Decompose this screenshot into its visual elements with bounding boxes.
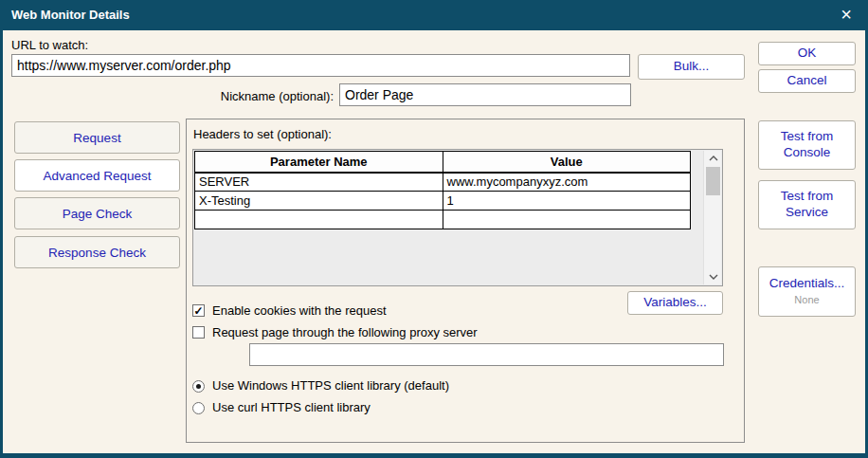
headers-table: Parameter Name Value SERVER www.mycompan… — [194, 151, 691, 229]
windows-https-radio[interactable] — [192, 380, 205, 393]
scroll-down-icon[interactable] — [704, 269, 722, 284]
url-input[interactable] — [11, 54, 630, 77]
param-name-cell[interactable]: SERVER — [195, 173, 443, 192]
column-header-parameter-name[interactable]: Parameter Name — [195, 152, 443, 173]
headers-grid-container: Parameter Name Value SERVER www.mycompan… — [192, 149, 723, 286]
tab-page-check[interactable]: Page Check — [14, 197, 180, 229]
test-from-service-button[interactable]: Test from Service — [758, 180, 856, 229]
tab-request[interactable]: Request — [14, 121, 180, 154]
close-icon[interactable]: × — [832, 0, 860, 30]
credentials-status: None — [794, 294, 819, 307]
dialog-body: URL to watch: Bulk... Nickname (optional… — [3, 30, 865, 453]
cancel-button[interactable]: Cancel — [758, 69, 856, 93]
radio-dot — [196, 384, 201, 389]
headers-label: Headers to set (optional): — [193, 127, 332, 141]
param-name-cell[interactable] — [195, 211, 443, 229]
table-row — [195, 211, 691, 229]
nickname-input[interactable] — [339, 83, 631, 106]
proxy-server-input[interactable] — [249, 343, 724, 366]
credentials-label: Credentials... — [769, 276, 845, 292]
table-header-row: Parameter Name Value — [195, 152, 691, 173]
tab-response-check[interactable]: Response Check — [14, 236, 180, 268]
vertical-scrollbar[interactable] — [703, 151, 721, 284]
value-cell[interactable]: 1 — [443, 192, 691, 211]
test-from-console-button[interactable]: Test from Console — [758, 120, 856, 170]
scrollbar-thumb[interactable] — [706, 167, 720, 195]
url-label: URL to watch: — [11, 38, 88, 52]
windows-https-label[interactable]: Use Windows HTTPS client library (defaul… — [212, 378, 449, 393]
value-cell[interactable] — [443, 211, 691, 229]
enable-cookies-checkbox[interactable]: ✓ — [192, 304, 205, 317]
proxy-checkbox[interactable] — [192, 326, 205, 339]
proxy-label[interactable]: Request page through the following proxy… — [212, 325, 478, 339]
curl-https-radio[interactable] — [192, 402, 205, 414]
column-header-value[interactable]: Value — [443, 152, 691, 173]
enable-cookies-label[interactable]: Enable cookies with the request — [212, 303, 387, 318]
curl-https-label[interactable]: Use curl HTTPS client library — [212, 400, 371, 414]
table-row: X-Testing 1 — [195, 192, 691, 211]
credentials-button[interactable]: Credentials... None — [758, 266, 856, 317]
titlebar[interactable]: Web Monitor Details × — [0, 0, 868, 30]
web-monitor-details-dialog: Web Monitor Details × URL to watch: Bulk… — [0, 0, 868, 458]
variables-button[interactable]: Variables... — [627, 291, 723, 315]
window-title: Web Monitor Details — [11, 0, 130, 30]
value-cell[interactable]: www.mycompanyxyz.com — [443, 173, 691, 192]
checkmark-icon: ✓ — [193, 305, 203, 317]
scroll-up-icon[interactable] — [704, 151, 722, 166]
param-name-cell[interactable]: X-Testing — [195, 192, 443, 211]
ok-button[interactable]: OK — [758, 42, 856, 65]
tab-advanced-request[interactable]: Advanced Request — [14, 159, 180, 192]
bulk-button[interactable]: Bulk... — [638, 54, 745, 80]
nickname-label: Nickname (optional): — [144, 89, 334, 103]
table-row: SERVER www.mycompanyxyz.com — [195, 173, 691, 192]
